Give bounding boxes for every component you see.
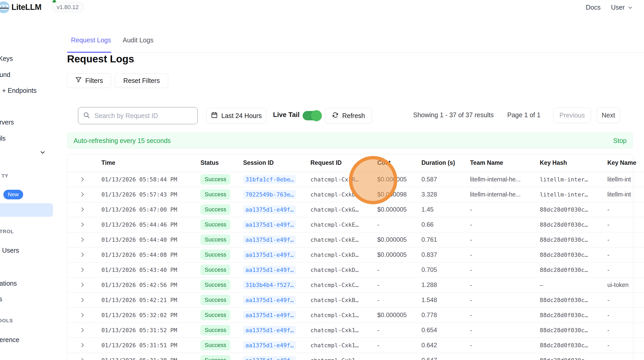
sidebar-item-endpoints[interactable]: + Endpoints [2,87,37,94]
expand-row-chevron-icon[interactable] [67,247,101,262]
cell-status: Success [200,262,243,277]
cell-duration: 1.288 [421,277,470,292]
sidebar-item-active-logs[interactable] [0,203,53,217]
session-id-link[interactable]: aa1375d1-e49f… [243,235,296,244]
cell-team-name: - [470,247,540,262]
tab-request-logs[interactable]: Request Logs [71,36,111,44]
log-row[interactable]: 01/13/2026 05:44:46 PM Success aa1375d1-… [67,217,644,232]
request-id-search[interactable] [78,107,198,124]
log-row[interactable]: 01/13/2026 05:42:21 PM Success aa1375d1-… [67,292,644,307]
session-id-link[interactable]: aa1375d1-e49f… [243,220,296,229]
status-badge: Success [200,234,230,245]
cell-team-name: - [470,277,540,292]
sidebar-section-trol: TROL [0,229,14,234]
col-header-key-hash: Key Hash [540,154,607,172]
expand-row-chevron-icon[interactable] [67,307,101,323]
cell-duration: 0.837 [421,247,470,262]
nav-docs-link[interactable]: Docs [586,4,601,11]
expand-row-chevron-icon[interactable] [67,323,101,338]
log-row[interactable]: 01/13/2026 05:43:40 PM Success aa1375d1-… [67,262,644,277]
sidebar-item-und[interactable]: und [0,71,10,78]
cell-team-name: litellm-internal-he... [470,172,540,187]
expand-row-chevron-icon[interactable] [67,187,101,202]
session-id-link[interactable]: aa1375d1-e49f… [243,266,296,274]
chevron-down-icon[interactable] [627,5,634,11]
cell-session-id: aa1375d1-e49f… [243,353,310,360]
log-row[interactable]: 01/13/2026 05:57:43 PM Success 7022549b-… [67,187,644,202]
filters-button[interactable]: Filters [67,73,111,88]
session-id-link[interactable]: aa1375d1-e49f… [243,205,296,214]
search-input[interactable] [94,112,193,120]
expand-row-chevron-icon[interactable] [67,232,101,247]
session-id-link[interactable]: aa1375d1-e49f… [243,356,296,360]
col-header-status: Status [200,154,243,172]
cell-duration: 0.761 [421,232,470,247]
session-id-link[interactable]: aa1375d1-e49f… [243,341,296,350]
session-id-link[interactable]: aa1375d1-e49f… [243,311,296,319]
time-range-label: Last 24 Hours [221,112,262,120]
cell-time: 01/13/2026 05:42:56 PM [101,277,200,292]
stop-auto-refresh-link[interactable]: Stop [613,137,627,145]
expand-row-chevron-icon[interactable] [67,217,101,232]
expand-row-chevron-icon[interactable] [67,277,101,292]
log-row[interactable]: 01/13/2026 05:31:51 PM Success aa1375d1-… [67,338,644,353]
cell-time: 01/13/2026 05:47:00 PM [101,202,200,217]
col-header-key-name: Key Name [607,154,644,172]
sidebar-item-s[interactable]: s [0,295,2,303]
page-title: Request Logs [67,53,134,65]
expand-row-chevron-icon[interactable] [67,172,101,187]
cell-status: Success [200,353,243,360]
log-row[interactable]: 01/13/2026 05:58:44 PM Success 31bfa1cf-… [67,172,644,187]
session-id-link[interactable]: 31b3b4b4-f527… [243,281,296,289]
session-id-link[interactable]: 31bfa1cf-0ebe… [243,175,296,184]
live-tail-toggle[interactable] [303,111,321,120]
sidebar-item-rvers[interactable]: rvers [0,119,14,126]
sidebar-item-ils[interactable]: ils [0,135,6,142]
expand-column-header [67,154,101,172]
cell-key-name: - [607,323,644,338]
cell-key-name: - [607,202,644,217]
log-row[interactable]: 01/13/2026 05:44:08 PM Success aa1375d1-… [67,247,644,262]
expand-row-chevron-icon[interactable] [67,202,101,217]
expand-row-chevron-icon[interactable] [67,353,101,360]
next-page-button[interactable]: Next [597,107,620,123]
app-logo-icon [0,1,10,13]
log-row[interactable]: 01/13/2026 05:42:56 PM Success 31b3b4b4-… [67,277,644,292]
log-row[interactable]: 01/13/2026 05:31:52 PM Success aa1375d1-… [67,323,644,338]
cell-duration: 0.66 [421,217,470,232]
session-id-link[interactable]: aa1375d1-e49f… [243,251,296,259]
log-row[interactable]: 01/13/2026 05:31:38 PM Success aa1375d1-… [67,353,644,360]
expand-row-chevron-icon[interactable] [67,262,101,277]
cell-status: Success [200,172,243,187]
log-row[interactable]: 01/13/2026 05:44:40 PM Success aa1375d1-… [67,232,644,247]
status-badge: Success [200,250,230,260]
previous-page-button[interactable]: Previous [553,107,591,123]
sidebar-collapse-chevron-icon[interactable] [38,150,47,156]
log-row[interactable]: 01/13/2026 05:47:00 PM Success aa1375d1-… [67,202,644,217]
tab-audit-logs[interactable]: Audit Logs [123,36,153,44]
logs-table: Time Status Session ID Request ID Cost D… [67,154,644,360]
cell-time: 01/13/2026 05:57:43 PM [101,187,200,202]
session-id-link[interactable]: aa1375d1-e49f… [243,326,296,335]
session-id-link[interactable]: 7022549b-763e… [243,190,296,199]
cell-request-id: chatcmpl-CxkE… [310,217,377,232]
sidebar-item-keys[interactable]: Keys [0,55,13,62]
cell-time: 01/13/2026 05:44:40 PM [101,232,200,247]
reset-filters-button[interactable]: Reset Filters [115,73,168,88]
cell-status: Success [200,277,243,292]
cell-request-id: chatcmpl-CxkD… [310,262,377,277]
sidebar-item-users[interactable]: Users [2,247,19,254]
cell-team-name: - [470,323,540,338]
refresh-button[interactable]: Refresh [325,108,372,123]
time-range-button[interactable]: Last 24 Hours [206,108,266,123]
session-id-link[interactable]: aa1375d1-e49f… [243,296,296,304]
expand-row-chevron-icon[interactable] [67,338,101,353]
cell-time: 01/13/2026 05:44:46 PM [101,217,200,232]
cell-time: 01/13/2026 05:31:38 PM [101,353,200,360]
log-row[interactable]: 01/13/2026 05:32:02 PM Success aa1375d1-… [67,307,644,323]
sidebar-item-ations[interactable]: ations [0,280,17,287]
sidebar-section-ty: TY [2,173,8,179]
expand-row-chevron-icon[interactable] [67,292,101,307]
sidebar-item-erence[interactable]: erence [0,336,19,344]
nav-user-menu[interactable]: User [611,4,625,11]
